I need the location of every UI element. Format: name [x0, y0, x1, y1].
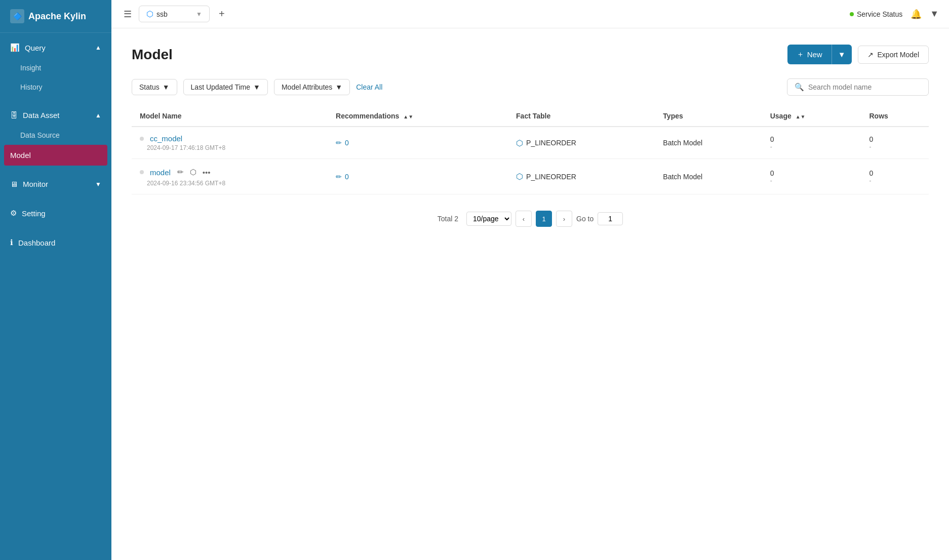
- plus-icon: ＋: [797, 50, 804, 59]
- model-name-text[interactable]: cc_model: [150, 134, 182, 143]
- sidebar: 🔷 Apache Kylin 📊 Query ▲ Insight History…: [0, 0, 111, 560]
- last-updated-label: Last Updated Time: [191, 83, 251, 91]
- table-header: Model Name Recommendations ▲▼ Fact Table…: [132, 106, 929, 127]
- cell-model-name-model: model ✏ ⬡ ••• 2024-09-16 23:34:56 GMT+8: [132, 159, 328, 194]
- model-label: Model: [10, 151, 31, 159]
- last-updated-chevron-icon: ▼: [253, 83, 260, 91]
- expand-icon[interactable]: ▼: [930, 9, 939, 19]
- model-attributes-chevron-icon: ▼: [335, 83, 342, 91]
- model-table: Model Name Recommendations ▲▼ Fact Table…: [132, 106, 929, 194]
- data-asset-icon: 🗄: [10, 111, 18, 119]
- query-icon: 📊: [10, 43, 20, 52]
- goto-input[interactable]: [598, 212, 623, 225]
- sort-icon: ▲▼: [403, 114, 413, 119]
- filters-bar: Status ▼ Last Updated Time ▼ Model Attri…: [132, 78, 929, 96]
- table-row: cc_model 2024-09-17 17:46:18 GMT+8 ✏ 0 ⬡…: [132, 127, 929, 159]
- model-status-dot: [140, 137, 144, 141]
- project-selector[interactable]: ⬡ ssb ▼: [139, 6, 210, 22]
- sidebar-item-insight[interactable]: Insight: [0, 58, 111, 77]
- status-chevron-icon: ▼: [163, 83, 170, 91]
- model-attributes-label: Model Attributes: [282, 83, 332, 91]
- col-fact-table: Fact Table: [508, 106, 655, 127]
- edit-icon[interactable]: ✏: [176, 166, 185, 178]
- clear-all-button[interactable]: Clear All: [356, 83, 382, 91]
- sidebar-item-label: Setting: [22, 209, 46, 218]
- chevron-down-icon: ▼: [95, 181, 101, 188]
- insight-label: Insight: [20, 64, 41, 72]
- pagination-info: Total 2: [438, 215, 458, 223]
- chevron-up-icon: ▲: [95, 112, 101, 119]
- cell-types-model: Batch Model: [655, 159, 762, 194]
- search-input[interactable]: [808, 83, 921, 91]
- sidebar-item-label: Dashboard: [18, 238, 55, 247]
- recommendations-link[interactable]: ✏ 0: [336, 139, 500, 147]
- sidebar-section-data-asset: 🗄 Data Asset ▲ Data Source Model: [0, 101, 111, 170]
- project-chevron-icon: ▼: [196, 11, 202, 18]
- cell-model-name-cc_model: cc_model 2024-09-17 17:46:18 GMT+8: [132, 127, 328, 159]
- sidebar-item-dashboard[interactable]: ℹ Dashboard: [0, 232, 111, 253]
- sidebar-section-monitor: 🖥 Monitor ▼: [0, 170, 111, 198]
- app-name: Apache Kylin: [28, 11, 86, 22]
- status-indicator: [850, 12, 854, 16]
- export-button-label: Export Model: [878, 51, 919, 59]
- sidebar-item-history[interactable]: History: [0, 77, 111, 97]
- recommendations-link[interactable]: ✏ 0: [336, 173, 500, 181]
- sidebar-item-data-source[interactable]: Data Source: [0, 126, 111, 145]
- col-recommendations[interactable]: Recommendations ▲▼: [328, 106, 508, 127]
- col-rows: Rows: [861, 106, 929, 127]
- menu-icon[interactable]: ☰: [122, 7, 134, 22]
- model-name-text[interactable]: model: [150, 168, 171, 177]
- rec-icon: ✏: [336, 173, 342, 181]
- next-page-button[interactable]: ›: [556, 211, 572, 227]
- new-button-dropdown[interactable]: ▼: [832, 45, 852, 64]
- fact-table-icon: ⬡: [516, 172, 523, 181]
- add-tab-button[interactable]: +: [215, 6, 229, 22]
- status-filter-label: Status: [139, 83, 160, 91]
- cell-recommendations-model: ✏ 0: [328, 159, 508, 194]
- page-1-button[interactable]: 1: [536, 211, 552, 227]
- fact-table-icon: ⬡: [516, 138, 523, 148]
- rec-icon: ✏: [336, 139, 342, 147]
- sidebar-item-monitor[interactable]: 🖥 Monitor ▼: [0, 174, 111, 194]
- export-model-button[interactable]: ↗ Export Model: [858, 46, 929, 64]
- export-icon: ↗: [867, 51, 874, 59]
- sort-icon: ▲▼: [796, 114, 806, 119]
- service-status-label: Service Status: [857, 10, 902, 18]
- new-button[interactable]: ＋ New: [787, 45, 832, 64]
- prev-page-button[interactable]: ‹: [516, 211, 532, 227]
- model-status-dot: [140, 170, 144, 174]
- col-usage[interactable]: Usage ▲▼: [762, 106, 861, 127]
- status-filter[interactable]: Status ▼: [132, 79, 177, 95]
- setting-icon: ⚙: [10, 209, 17, 218]
- app-logo: 🔷 Apache Kylin: [0, 0, 111, 33]
- service-status: Service Status: [850, 10, 902, 18]
- search-box: 🔍: [787, 78, 929, 96]
- model-date: 2024-09-16 23:34:56 GMT+8: [140, 180, 320, 187]
- sidebar-item-data-asset[interactable]: 🗄 Data Asset ▲: [0, 105, 111, 126]
- page-content: Model ＋ New ▼ ↗ Export Model: [111, 28, 949, 560]
- sidebar-item-setting[interactable]: ⚙ Setting: [0, 203, 111, 224]
- sidebar-item-label: Monitor: [23, 180, 48, 188]
- table-row: model ✏ ⬡ ••• 2024-09-16 23:34:56 GMT+8 …: [132, 159, 929, 194]
- cell-rows-model: 0 -: [861, 159, 929, 194]
- fact-table-name: P_LINEORDER: [526, 173, 576, 181]
- page-header: Model ＋ New ▼ ↗ Export Model: [132, 45, 929, 64]
- page-title: Model: [132, 47, 173, 63]
- last-updated-filter[interactable]: Last Updated Time ▼: [183, 79, 268, 95]
- page-size-select[interactable]: 10/page 20/page 50/page: [466, 212, 511, 226]
- cell-usage-model: 0 -: [762, 159, 861, 194]
- table-body: cc_model 2024-09-17 17:46:18 GMT+8 ✏ 0 ⬡…: [132, 127, 929, 194]
- logo-icon: 🔷: [10, 9, 24, 23]
- main-content: ☰ ⬡ ssb ▼ + Service Status 🔔 ▼ Model ＋: [111, 0, 949, 560]
- notification-icon[interactable]: 🔔: [911, 9, 922, 20]
- sidebar-item-model[interactable]: Model: [4, 145, 107, 166]
- sidebar-item-query[interactable]: 📊 Query ▲: [0, 37, 111, 58]
- data-source-label: Data Source: [20, 131, 60, 139]
- topbar-right: Service Status 🔔 ▼: [850, 9, 939, 20]
- more-icon[interactable]: •••: [201, 167, 212, 178]
- cell-rows-cc_model: 0 -: [861, 127, 929, 159]
- cell-recommendations-cc_model: ✏ 0: [328, 127, 508, 159]
- model-attributes-filter[interactable]: Model Attributes ▼: [274, 79, 350, 95]
- topbar: ☰ ⬡ ssb ▼ + Service Status 🔔 ▼: [111, 0, 949, 28]
- settings-icon[interactable]: ⬡: [188, 166, 198, 178]
